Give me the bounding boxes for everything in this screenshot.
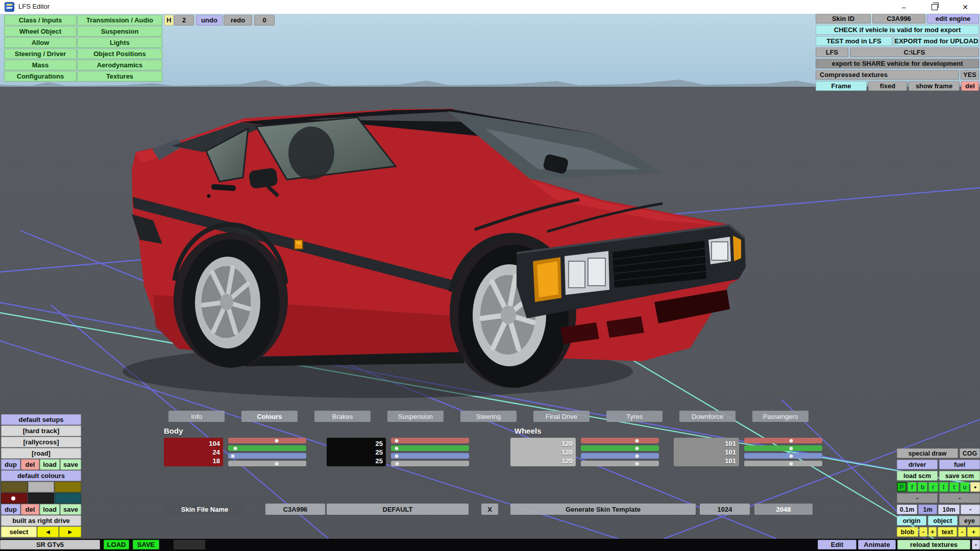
colour-dup-button[interactable]: dup [1,504,20,515]
flag-t-button[interactable]: t [949,482,959,492]
object-button[interactable]: object [928,516,958,525]
skin-size-2048-button[interactable]: 2048 [754,504,813,515]
blob-plus-button[interactable]: + [928,527,937,537]
tab-suspension[interactable]: Suspension [387,411,444,422]
red-slider[interactable] [581,438,659,443]
flag-P-button[interactable]: P [897,482,906,492]
colour-del-button[interactable]: del [21,504,39,515]
undo-button[interactable]: undo [196,15,223,26]
blob-minus-button[interactable]: - [919,527,927,537]
green-slider[interactable] [391,445,469,451]
menu-allow[interactable]: Allow [4,37,77,48]
blue-slider[interactable] [581,453,659,459]
close-button[interactable]: ✕ [953,0,977,14]
vehicle-name[interactable]: SR GTv5 [0,540,100,549]
load-scm-button[interactable]: load scm [897,471,938,481]
fixed-button[interactable]: fixed [868,81,907,91]
flag-b-button[interactable]: b [918,482,927,492]
skin-size-1024-button[interactable]: 1024 [700,504,750,515]
save-button[interactable]: SAVE [133,540,159,549]
setup-load-button[interactable]: load [40,459,60,470]
export-mod-button[interactable]: EXPORT mod for UPLOAD [894,36,979,46]
history-button[interactable]: H [164,15,174,26]
tab-tyres[interactable]: Tyres [606,411,663,422]
green-slider[interactable] [744,445,822,451]
default-colour-swatch-selected[interactable] [1,493,28,504]
menu-object-positions[interactable]: Object Positions [77,48,162,59]
body-colour-swatch-2[interactable]: 25 25 25 [327,438,386,466]
load-button[interactable]: LOAD [104,540,129,549]
cog-button[interactable]: COG [960,448,980,458]
tab-downforce[interactable]: Downforce [679,411,736,422]
special-draw-button[interactable]: special draw [897,448,958,458]
edit-engine-button[interactable]: edit engine [927,14,979,23]
green-slider[interactable] [228,445,306,451]
green-slider[interactable] [581,445,659,451]
wheel-colour-swatch-2[interactable]: 101 101 101 [674,438,739,466]
generate-skin-template-button[interactable]: Generate Skin Template [510,504,696,515]
brightness-slider[interactable] [744,461,822,466]
setup-del-button[interactable]: del [21,459,39,470]
blue-slider[interactable] [228,453,306,459]
setup-save-button[interactable]: save [60,459,81,470]
skin-id-value[interactable]: C3A996 [872,14,925,23]
eye-button[interactable]: eye [959,516,980,525]
minimize-button[interactable]: – [892,0,916,14]
blue-slider[interactable] [744,453,822,459]
driver-button[interactable]: driver [897,460,938,469]
lfs-path[interactable]: C:\LFS [850,47,979,57]
default-setups-header[interactable]: default setups [1,414,81,425]
default-colour-swatch[interactable] [28,482,55,492]
default-colour-swatch[interactable] [28,493,55,504]
tab-passengers[interactable]: Passengers [752,411,808,422]
menu-textures[interactable]: Textures [77,71,162,82]
setup-road[interactable]: [road] [1,448,81,459]
scale-10m-button[interactable]: 10m [938,505,960,514]
blue-slider[interactable] [391,453,469,459]
colour-save-button[interactable]: save [60,504,81,515]
edit-mode-button[interactable]: Edit [818,540,856,549]
frame-button[interactable]: Frame [816,81,867,91]
flag-u-button[interactable]: u [960,482,970,492]
reload-minus-button[interactable]: - [972,540,980,549]
animate-mode-button[interactable]: Animate [858,540,896,549]
origin-button[interactable]: origin [897,516,926,525]
brightness-slider[interactable] [228,461,306,466]
tab-final-drive[interactable]: Final Drive [533,411,590,422]
show-frame-button[interactable]: show frame [909,81,960,91]
setup-hard-track[interactable]: [hard track] [1,425,81,436]
blob-button[interactable]: blob [897,527,918,537]
setup-dup-button[interactable]: dup [1,459,20,470]
menu-lights[interactable]: Lights [77,37,162,48]
red-slider[interactable] [391,438,469,443]
history-count[interactable]: 2 [174,15,194,26]
skin-id-label[interactable]: Skin ID [816,14,871,23]
scale-1m-button[interactable]: 1m [918,505,937,514]
flag-dot-button[interactable]: ● [970,482,980,492]
reload-textures-button[interactable]: reload textures [897,540,970,549]
skin-name-field[interactable]: DEFAULT [327,504,469,515]
frame-del-button[interactable]: del [961,81,979,91]
flag-l-button[interactable]: l [939,482,949,492]
body-colour-swatch-1[interactable]: 104 24 18 [164,438,223,466]
test-mod-button[interactable]: TEST mod in LFS [816,36,892,46]
skin-clear-button[interactable]: X [481,504,498,515]
tab-colours[interactable]: Colours [241,411,298,422]
flag-f-button[interactable]: f [908,482,917,492]
red-slider[interactable] [744,438,822,443]
check-valid-button[interactable]: CHECK if vehicle is valid for mod export [816,25,979,35]
redo-count[interactable]: 0 [254,15,275,26]
next-arrow-button[interactable]: ► [59,527,81,537]
compressed-textures-label[interactable]: Compressed textures [816,70,959,80]
dash-right-button[interactable]: - [939,493,980,503]
text-button[interactable]: text [938,527,957,537]
colour-load-button[interactable]: load [40,504,60,515]
default-colour-swatch[interactable] [55,482,81,492]
menu-aerodynamics[interactable]: Aerodynamics [77,60,162,70]
menu-configurations[interactable]: Configurations [4,71,77,82]
skin-id-field[interactable]: C3A996 [265,504,325,515]
menu-transmission-audio[interactable]: Transmission / Audio [77,15,162,26]
lfs-button[interactable]: LFS [816,47,848,57]
menu-wheel-object[interactable]: Wheel Object [4,26,77,37]
menu-steering-driver[interactable]: Steering / Driver [4,48,77,59]
